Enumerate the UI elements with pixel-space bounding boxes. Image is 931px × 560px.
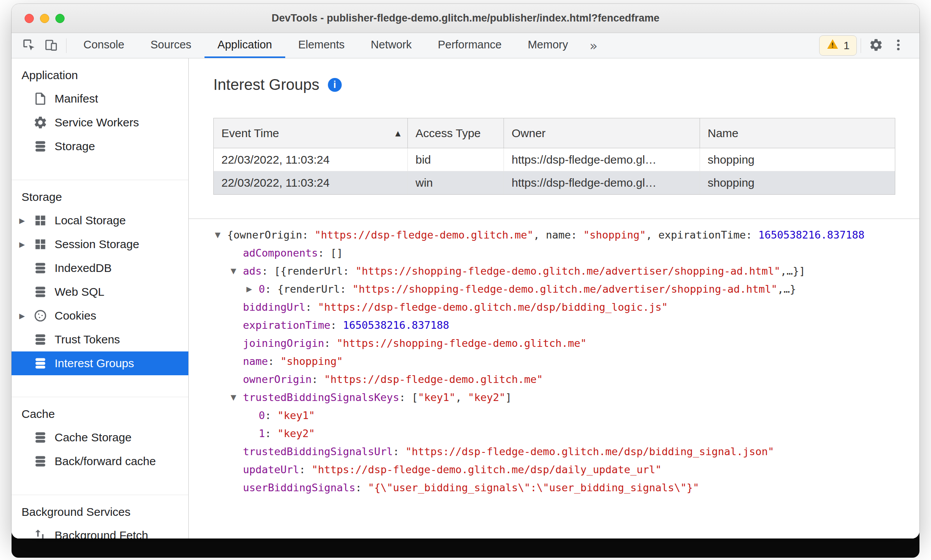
collapse-arrow-icon[interactable]: ▼ [231,262,236,280]
tree-line[interactable]: ▼trustedBiddingSignalsKeys: ["key1", "ke… [189,388,919,406]
zoom-button[interactable] [55,14,65,23]
sidebar-item-back-forward-cache[interactable]: Back/forward cache [12,449,188,473]
tree-line[interactable]: 1: "key2" [189,424,919,442]
expand-arrow-icon[interactable]: ▶ [246,280,252,298]
tree-line[interactable]: 0: "key1" [189,406,919,424]
info-icon[interactable]: i [328,78,342,92]
tree-line[interactable]: ▼{ownerOrigin: "https://dsp-fledge-demo.… [189,226,919,244]
table-cell[interactable]: win [408,171,504,194]
column-header-access-type[interactable]: Access Type [408,118,504,148]
tree-segment-key: expirationTime [243,319,331,331]
device-toolbar-button[interactable] [40,33,62,58]
table-cell[interactable]: https://dsp-fledge-demo.gl… [504,148,700,171]
tree-line[interactable]: adComponents: [] [189,244,919,262]
tree-line[interactable]: biddingUrl: "https://dsp-fledge-demo.gli… [189,298,919,316]
tree-line[interactable]: ▼ads: [{renderUrl: "https://shopping-fle… [189,262,919,280]
tree-segment-str: "https://dsp-fledge-demo.glitch.me/dsp/d… [312,464,662,476]
collapse-arrow-icon[interactable]: ▼ [215,226,221,244]
column-header-event-time[interactable]: Event Time▲ [214,118,408,148]
tab-network[interactable]: Network [358,33,425,58]
expand-arrow-icon[interactable]: ▶ [19,311,33,320]
sidebar-item-interest-groups[interactable]: Interest Groups [12,351,188,375]
tree-line[interactable]: expirationTime: 1650538216.837188 [189,316,919,334]
table-cell[interactable]: shopping [700,171,895,194]
sidebar-item-cookies[interactable]: ▶Cookies [12,304,188,328]
table-cell[interactable]: 22/03/2022, 11:03:24 [214,148,408,171]
tab-performance[interactable]: Performance [425,33,515,58]
tree-line[interactable]: name: "shopping" [189,352,919,370]
expand-arrow-icon[interactable]: ▶ [19,240,33,249]
sidebar-item-local-storage[interactable]: ▶Local Storage [12,209,188,232]
warning-icon [826,38,839,53]
settings-button[interactable] [865,38,887,54]
sidebar-section-cache: CacheCache StorageBack/forward cache [12,397,188,495]
tab-console[interactable]: Console [70,33,137,58]
table-cell[interactable]: bid [408,148,504,171]
tab-sources[interactable]: Sources [137,33,204,58]
inspect-element-button[interactable] [18,33,40,58]
tree-segment-plain: ] [505,391,512,403]
panel-content: ApplicationManifestService WorkersStorag… [12,58,919,538]
tree-segment-plain: : [268,355,281,367]
issues-badge[interactable]: 1 [819,35,857,56]
json-tree: ▼{ownerOrigin: "https://dsp-fledge-demo.… [189,226,919,497]
tree-segment-str: "key2" [278,427,315,439]
sidebar-item-manifest[interactable]: Manifest [12,87,188,111]
tree-segment-plain: : {renderUrl: [265,283,352,295]
tree-line[interactable]: updateUrl: "https://dsp-fledge-demo.glit… [189,461,919,479]
database-icon [33,261,48,275]
column-header-name[interactable]: Name [700,118,895,148]
tree-segment-plain: : [] [318,247,343,259]
tab-elements[interactable]: Elements [285,33,358,58]
tree-line[interactable]: trustedBiddingSignalsUrl: "https://dsp-f… [189,442,919,461]
tree-segment-str: "https://dsp-fledge-demo.glitch.me/dsp/b… [318,301,668,313]
fetch-icon [33,528,48,538]
tree-line[interactable]: ownerOrigin: "https://dsp-fledge-demo.gl… [189,370,919,388]
sidebar-section-header: Storage [12,186,188,209]
minimize-button[interactable] [40,14,49,23]
column-header-owner[interactable]: Owner [504,118,700,148]
sort-ascending-icon: ▲ [395,129,401,137]
more-tabs-button[interactable]: » [581,33,606,58]
tree-segment-plain: {ownerOrigin: [227,229,315,241]
sidebar-item-background-fetch[interactable]: Background Fetch [12,524,188,538]
database-icon [33,454,48,469]
tree-segment-plain: , name: [534,229,584,241]
tree-segment-key: ads [243,265,262,277]
sidebar-item-indexeddb[interactable]: IndexedDB [12,256,188,280]
close-button[interactable] [25,14,34,23]
sidebar-item-storage[interactable]: Storage [12,134,188,158]
table-cell[interactable]: https://dsp-fledge-demo.gl… [504,171,700,194]
tree-line[interactable]: userBiddingSignals: "{\"user_bidding_sig… [189,479,919,497]
collapse-arrow-icon[interactable]: ▼ [231,388,236,406]
tree-segment-key: joiningOrigin [243,337,324,349]
tree-segment-key: 1 [259,427,265,439]
expand-arrow-icon[interactable]: ▶ [19,216,33,225]
tree-segment-plain: , expirationTime: [646,229,758,241]
tree-segment-plain: : [356,482,368,494]
tree-segment-str: "key2" [468,391,505,403]
document-icon [33,91,48,106]
sidebar-section-header: Background Services [12,500,188,524]
page-title: Interest Groups [213,76,319,93]
tree-segment-plain: : [265,427,278,439]
tree-segment-plain: : [ [399,391,418,403]
tree-line[interactable]: joiningOrigin: "https://shopping-fledge-… [189,334,919,352]
tree-segment-plain: : [299,464,312,476]
devtools-toolbar: ConsoleSourcesApplicationElementsNetwork… [12,33,919,58]
tab-application[interactable]: Application [204,33,285,58]
tree-line[interactable]: ▶0: {renderUrl: "https://shopping-fledge… [189,280,919,298]
sidebar-item-service-workers[interactable]: Service Workers [12,111,188,134]
tab-memory[interactable]: Memory [515,33,581,58]
tree-segment-str: "key1" [418,391,456,403]
tree-segment-key: name [243,355,268,367]
table-cell[interactable]: 22/03/2022, 11:03:24 [214,171,408,194]
sidebar-item-web-sql[interactable]: Web SQL [12,280,188,304]
table-cell[interactable]: shopping [700,148,895,171]
menu-button[interactable] [887,38,909,54]
tree-segment-plain: ,…}] [780,265,805,277]
sidebar-item-trust-tokens[interactable]: Trust Tokens [12,328,188,351]
table-icon [33,213,48,228]
sidebar-item-cache-storage[interactable]: Cache Storage [12,426,188,449]
sidebar-item-session-storage[interactable]: ▶Session Storage [12,232,188,256]
